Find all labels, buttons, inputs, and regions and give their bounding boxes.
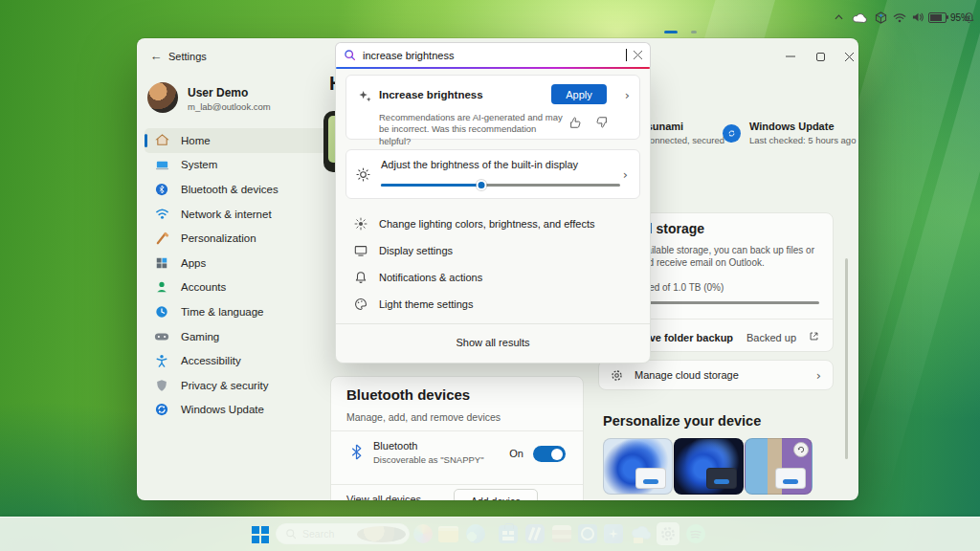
- brightness-slider[interactable]: [381, 180, 620, 189]
- sidebar-item-label: Home: [181, 135, 211, 146]
- network-icon: [154, 207, 169, 222]
- running-app-indicator: [691, 31, 697, 33]
- sidebar-item-label: Privacy & security: [181, 380, 268, 391]
- toggle-state-label: On: [509, 448, 523, 459]
- wifi-status: Connected, secured: [643, 135, 724, 145]
- sidebar-item-network-internet[interactable]: Network & internet: [145, 202, 334, 227]
- settings-window: ← Settings User Demo m_lab@outlook.com H…: [137, 38, 858, 500]
- result-label: Change lighting colors, brightness, and …: [379, 218, 594, 230]
- sidebar-item-label: Network & internet: [181, 209, 272, 220]
- lighting-icon: [353, 217, 368, 231]
- ai-result-card: Increase brightness Apply › Recommendati…: [345, 75, 640, 140]
- slider-fill: [381, 184, 481, 187]
- search-icon: [344, 49, 356, 61]
- add-device-button[interactable]: Add device: [454, 489, 538, 500]
- sidebar-item-system[interactable]: System: [145, 153, 334, 178]
- theme-thumbnail-spotlight[interactable]: [745, 438, 813, 495]
- maximize-button[interactable]: [810, 48, 831, 65]
- back-button[interactable]: ←: [146, 47, 166, 66]
- profile-name: User Demo: [188, 86, 248, 99]
- minimize-button[interactable]: [780, 48, 801, 65]
- onedrive-tray-icon[interactable]: [850, 6, 869, 29]
- result-display-settings[interactable]: Display settings: [336, 237, 650, 264]
- volume-tray-icon[interactable]: [909, 6, 926, 29]
- chevron-right-icon: ›: [816, 368, 821, 383]
- sidebar-item-gaming[interactable]: Gaming: [145, 324, 334, 349]
- bluetooth-icon: [350, 444, 363, 460]
- bell-icon: [353, 271, 368, 284]
- thumbs-up-icon[interactable]: [568, 116, 582, 129]
- window-title: Settings: [168, 51, 207, 62]
- gear-icon: [611, 369, 623, 382]
- start-button[interactable]: [249, 523, 272, 546]
- ai-disclaimer-text: Recommendations are AI-generated and may…: [379, 112, 567, 147]
- search-query-text: increase brightness: [363, 50, 621, 61]
- theme-thumbnail-dark[interactable]: [674, 438, 744, 495]
- bluetooth-toggle[interactable]: [533, 446, 566, 462]
- chevron-right-icon[interactable]: ›: [623, 167, 628, 182]
- sidebar-item-label: System: [181, 159, 217, 170]
- theme-thumbnail-light[interactable]: [603, 438, 673, 495]
- sidebar-nav: Home System Bluetooth & devices Network …: [145, 128, 334, 422]
- scrollbar[interactable]: [845, 258, 848, 459]
- chevron-right-icon[interactable]: ›: [625, 88, 630, 102]
- sidebar-item-apps[interactable]: Apps: [145, 251, 334, 276]
- windows-update-icon: [154, 402, 169, 417]
- slider-thumb[interactable]: [477, 180, 487, 190]
- tray-chevron-up-icon[interactable]: [831, 6, 846, 29]
- notification-bell-icon[interactable]: [959, 6, 978, 29]
- clear-search-icon[interactable]: [634, 51, 642, 59]
- refresh-badge-icon: [793, 442, 809, 457]
- sidebar-item-label: Windows Update: [181, 404, 264, 415]
- text-caret: [626, 49, 627, 61]
- brightness-sun-icon: [356, 167, 370, 182]
- result-label: Display settings: [379, 245, 453, 256]
- manage-cloud-storage-row[interactable]: Manage cloud storage ›: [598, 360, 834, 390]
- sidebar-item-personalization[interactable]: Personalization: [145, 226, 334, 251]
- thumbs-down-icon[interactable]: [595, 116, 609, 129]
- divider: [331, 484, 583, 485]
- search-results-dropdown: Increase brightness Apply › Recommendati…: [335, 67, 651, 364]
- brightness-slider-card: Adjust the brightness of the built-in di…: [345, 149, 640, 199]
- sidebar-item-windows-update[interactable]: Windows Update: [145, 398, 334, 423]
- external-link-icon[interactable]: [809, 331, 819, 342]
- bluetooth-row-subtitle: Discoverable as "SNAPPY": [373, 454, 484, 465]
- divider: [336, 323, 650, 324]
- wifi-tray-icon[interactable]: [891, 6, 908, 29]
- accessibility-icon: [154, 353, 169, 368]
- mini-taskbar: [635, 468, 666, 489]
- result-title: Increase brightness: [379, 89, 483, 100]
- result-lighting[interactable]: Change lighting colors, brightness, and …: [336, 210, 650, 237]
- apps-icon: [154, 255, 169, 271]
- sidebar-item-label: Gaming: [181, 331, 219, 342]
- windows-update-icon: [723, 124, 741, 143]
- result-notifications[interactable]: Notifications & actions: [336, 264, 650, 291]
- close-button[interactable]: [838, 48, 858, 65]
- sidebar-item-bluetooth-devices[interactable]: Bluetooth & devices: [145, 177, 334, 202]
- active-app-indicator: [664, 31, 678, 33]
- view-all-devices-link[interactable]: View all devices: [346, 494, 421, 500]
- sidebar-item-privacy-security[interactable]: Privacy & security: [145, 373, 334, 398]
- avatar[interactable]: [147, 82, 178, 113]
- battery-tray-icon[interactable]: [926, 6, 947, 29]
- windows-update-title: Windows Update: [749, 121, 835, 132]
- personalize-heading: Personalize your device: [603, 413, 761, 429]
- show-all-results-link[interactable]: Show all results: [336, 337, 650, 348]
- sidebar-item-accounts[interactable]: Accounts: [145, 276, 334, 300]
- settings-search-input[interactable]: increase brightness: [335, 42, 651, 67]
- sidebar-item-home[interactable]: Home: [145, 128, 334, 153]
- personalization-icon: [154, 231, 169, 246]
- result-light-theme[interactable]: Light theme settings: [336, 291, 650, 318]
- wallpaper-streak: [846, 0, 980, 512]
- divider: [331, 430, 583, 431]
- sidebar-item-accessibility[interactable]: Accessibility: [145, 348, 334, 373]
- security-tray-icon[interactable]: [871, 6, 890, 29]
- windows-logo-icon: [252, 526, 269, 543]
- sidebar-item-time-language[interactable]: Time & language: [145, 299, 334, 324]
- apply-button[interactable]: Apply: [551, 84, 607, 104]
- manage-cloud-storage-label: Manage cloud storage: [635, 369, 805, 381]
- bluetooth-devices-card: Bluetooth devices Manage, add, and remov…: [330, 376, 584, 500]
- mini-taskbar: [706, 468, 737, 489]
- system-icon: [154, 157, 169, 172]
- home-icon: [154, 133, 169, 148]
